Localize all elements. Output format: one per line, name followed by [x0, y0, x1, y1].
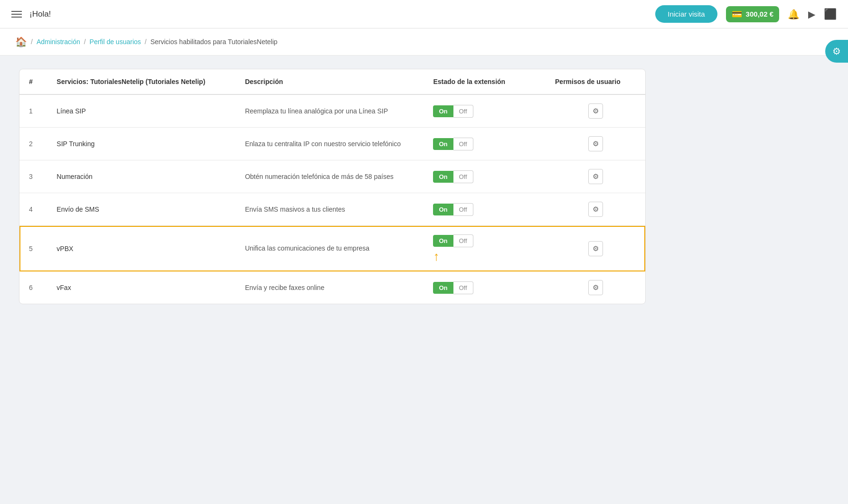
balance-amount: 300,02 €: [746, 10, 773, 18]
col-num: #: [19, 69, 47, 94]
permisos-cell: ⚙: [546, 94, 645, 128]
estado-cell: OnOff: [424, 128, 546, 160]
toggle-on-button[interactable]: On: [433, 282, 453, 294]
services-table: # Servicios: TutorialesNetelip (Tutorial…: [19, 69, 645, 304]
gear-button[interactable]: ⚙: [588, 169, 603, 184]
toggle-off-button[interactable]: Off: [453, 203, 473, 216]
toggle-off-button[interactable]: Off: [453, 234, 473, 247]
service-name: vFax: [47, 271, 236, 304]
service-description: Envía SMS masivos a tus clientes: [236, 193, 424, 226]
header-right: Iniciar visita 💳 300,02 € 🔔 ▶ ⬛: [655, 5, 837, 23]
table-header-row: # Servicios: TutorialesNetelip (Tutorial…: [19, 69, 645, 94]
table-row: 2SIP TrunkingEnlaza tu centralita IP con…: [19, 128, 645, 160]
breadcrumb-sep-2: /: [84, 38, 86, 46]
home-icon[interactable]: 🏠: [15, 36, 27, 47]
table-card: # Servicios: TutorialesNetelip (Tutorial…: [19, 69, 646, 304]
permisos-cell: ⚙: [546, 128, 645, 160]
row-num: 1: [19, 94, 47, 128]
up-arrow-icon: ↑: [433, 250, 439, 262]
col-permisos: Permisos de usuario: [546, 69, 645, 94]
permisos-cell: ⚙: [546, 226, 645, 271]
col-estado: Estado de la extensión: [424, 69, 546, 94]
toggle-on-button[interactable]: On: [433, 105, 453, 117]
breadcrumb-administracion[interactable]: Administración: [37, 38, 80, 46]
breadcrumb-sep-1: /: [31, 38, 33, 46]
estado-cell: OnOff: [424, 94, 546, 128]
toggle-off-button[interactable]: Off: [453, 138, 473, 150]
service-name: SIP Trunking: [47, 128, 236, 160]
row-num: 6: [19, 271, 47, 304]
service-description: Envía y recibe faxes online: [236, 271, 424, 304]
row-num: 2: [19, 128, 47, 160]
estado-cell: OnOff: [424, 271, 546, 304]
estado-cell: OnOff: [424, 160, 546, 193]
header: ¡Hola! Iniciar visita 💳 300,02 € 🔔 ▶ ⬛: [0, 0, 848, 28]
table-row: 5vPBXUnifica las comunicaciones de tu em…: [19, 226, 645, 271]
toggle-on-button[interactable]: On: [433, 204, 453, 215]
row-num: 4: [19, 193, 47, 226]
breadcrumb-current: Servicios habilitados para TutorialesNet…: [151, 38, 278, 46]
breadcrumb-sep-3: /: [145, 38, 147, 46]
exit-icon[interactable]: ⬛: [824, 8, 837, 20]
col-description: Descripción: [236, 69, 424, 94]
estado-cell: OnOff: [424, 193, 546, 226]
iniciar-visita-button[interactable]: Iniciar visita: [655, 5, 717, 23]
gear-button[interactable]: ⚙: [588, 103, 603, 119]
table-row: 4Envío de SMSEnvía SMS masivos a tus cli…: [19, 193, 645, 226]
gear-button[interactable]: ⚙: [588, 202, 603, 217]
bell-icon[interactable]: 🔔: [788, 9, 800, 20]
play-icon[interactable]: ▶: [808, 9, 815, 20]
card-icon: 💳: [732, 9, 742, 19]
permisos-cell: ⚙: [546, 160, 645, 193]
toggle-on-button[interactable]: On: [433, 138, 453, 150]
service-name: Línea SIP: [47, 94, 236, 128]
service-description: Obtén numeración telefónica de más de 58…: [236, 160, 424, 193]
service-name: Numeración: [47, 160, 236, 193]
estado-cell: OnOff↑: [424, 226, 546, 271]
toggle-on-button[interactable]: On: [433, 235, 453, 247]
table-row: 3NumeraciónObtén numeración telefónica d…: [19, 160, 645, 193]
col-service: Servicios: TutorialesNetelip (Tutoriales…: [47, 69, 236, 94]
settings-fab[interactable]: ⚙: [825, 40, 848, 63]
table-row: 1Línea SIPReemplaza tu línea analógica p…: [19, 94, 645, 128]
header-greeting: ¡Hola!: [29, 9, 51, 19]
gear-button[interactable]: ⚙: [588, 241, 603, 256]
toggle-off-button[interactable]: Off: [453, 170, 473, 183]
toggle-off-button[interactable]: Off: [453, 105, 473, 118]
breadcrumb-perfil[interactable]: Perfil de usuarios: [90, 38, 141, 46]
breadcrumb: 🏠 / Administración / Perfil de usuarios …: [0, 28, 848, 56]
header-left: ¡Hola!: [11, 9, 51, 19]
toggle-on-button[interactable]: On: [433, 171, 453, 183]
service-description: Enlaza tu centralita IP con nuestro serv…: [236, 128, 424, 160]
permisos-cell: ⚙: [546, 271, 645, 304]
service-name: vPBX: [47, 226, 236, 271]
service-description: Unifica las comunicaciones de tu empresa: [236, 226, 424, 271]
permisos-cell: ⚙: [546, 193, 645, 226]
table-row: 6vFaxEnvía y recibe faxes onlineOnOff⚙: [19, 271, 645, 304]
gear-button[interactable]: ⚙: [588, 136, 603, 151]
row-num: 5: [19, 226, 47, 271]
service-name: Envío de SMS: [47, 193, 236, 226]
hamburger-icon[interactable]: [11, 11, 22, 18]
row-num: 3: [19, 160, 47, 193]
service-description: Reemplaza tu línea analógica por una Lín…: [236, 94, 424, 128]
gear-button[interactable]: ⚙: [588, 280, 603, 295]
balance-badge: 💳 300,02 €: [726, 6, 779, 22]
toggle-off-button[interactable]: Off: [453, 281, 473, 294]
main-content: # Servicios: TutorialesNetelip (Tutorial…: [0, 56, 665, 317]
